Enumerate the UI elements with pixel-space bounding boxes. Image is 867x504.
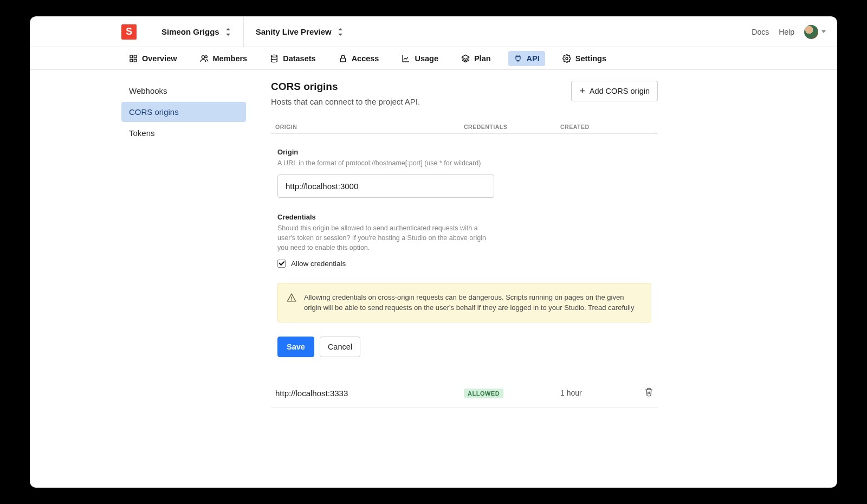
origin-value: http://localhost:3333 (275, 389, 464, 398)
svg-rect-2 (130, 59, 133, 62)
database-icon (270, 54, 279, 63)
svg-point-8 (566, 57, 568, 60)
tab-api[interactable]: API (508, 51, 545, 66)
sidebar-item-webhooks[interactable]: Webhooks (121, 81, 246, 101)
column-header-created: CREATED (560, 124, 654, 130)
chevron-down-icon[interactable] (821, 30, 826, 33)
docs-link[interactable]: Docs (752, 28, 769, 36)
delete-origin-button[interactable] (644, 387, 654, 399)
trash-icon (644, 387, 654, 397)
created-value: 1 hour (560, 389, 644, 397)
users-icon (200, 54, 209, 63)
column-header-credentials: CREDENTIALS (464, 124, 560, 130)
project-switcher[interactable]: Sanity Live Preview (243, 17, 355, 47)
layers-icon (461, 54, 470, 63)
help-link[interactable]: Help (779, 28, 794, 36)
add-cors-origin-button[interactable]: + Add CORS origin (571, 81, 658, 101)
origin-field-help: A URL in the format of protocol://hostna… (277, 158, 494, 168)
tab-datasets[interactable]: Datasets (264, 51, 321, 66)
tab-usage[interactable]: Usage (396, 51, 444, 66)
svg-point-5 (205, 55, 207, 57)
sidebar-item-tokens[interactable]: Tokens (121, 123, 246, 143)
chart-icon (402, 54, 410, 63)
svg-rect-0 (130, 55, 133, 58)
cancel-button[interactable]: Cancel (320, 337, 360, 357)
column-header-origin: ORIGIN (275, 124, 464, 130)
page-title: CORS origins (271, 81, 420, 93)
credentials-badge: ALLOWED (464, 389, 503, 398)
grid-icon (129, 54, 138, 63)
credentials-field-help: Should this origin be allowed to send au… (277, 223, 494, 253)
project-name: Sanity Live Preview (256, 27, 332, 36)
save-button[interactable]: Save (277, 337, 314, 357)
sanity-logo: S (121, 24, 137, 40)
gear-icon (562, 54, 571, 63)
checkbox-icon (277, 260, 286, 268)
page-description: Hosts that can connect to the project AP… (271, 97, 420, 106)
origin-field-label: Origin (277, 148, 651, 156)
avatar[interactable] (804, 25, 818, 39)
credentials-field-label: Credentials (277, 213, 651, 221)
origin-input[interactable] (277, 175, 494, 198)
tab-plan[interactable]: Plan (456, 51, 496, 66)
plug-icon (514, 54, 522, 63)
svg-rect-3 (134, 59, 137, 62)
tab-access[interactable]: Access (333, 51, 385, 66)
chevron-updown-icon (337, 28, 344, 36)
svg-point-4 (202, 55, 204, 58)
sidebar-item-cors[interactable]: CORS origins (121, 102, 246, 122)
chevron-updown-icon (225, 28, 231, 36)
tab-overview[interactable]: Overview (124, 51, 183, 66)
tab-settings[interactable]: Settings (557, 51, 612, 66)
plus-icon: + (579, 86, 585, 96)
org-name: Simeon Griggs (161, 27, 219, 36)
cors-origin-row: http://localhost:3333 ALLOWED 1 hour (271, 379, 658, 408)
svg-rect-1 (134, 55, 137, 58)
lock-icon (339, 54, 347, 63)
svg-rect-7 (340, 58, 345, 62)
org-switcher[interactable]: Simeon Griggs (150, 17, 243, 47)
warning-banner: Allowing credentials on cross-origin req… (277, 283, 651, 322)
allow-credentials-checkbox[interactable]: Allow credentials (277, 260, 651, 268)
warning-icon (287, 293, 296, 302)
svg-point-9 (292, 300, 292, 300)
svg-point-6 (271, 55, 277, 57)
tab-members[interactable]: Members (195, 51, 253, 66)
